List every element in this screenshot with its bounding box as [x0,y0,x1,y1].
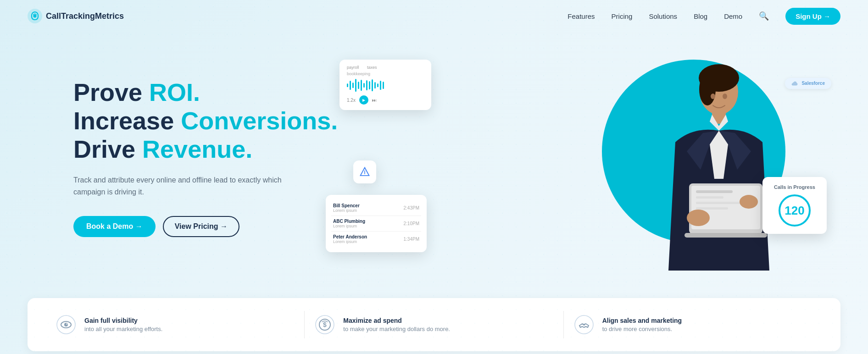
wave-bar-4 [355,79,356,92]
nav-features[interactable]: Features [568,12,595,20]
audio-tag-payroll: payroll [347,65,359,70]
logo[interactable]: CallTrackingMetrics [28,9,124,23]
wave-bar-6 [361,80,362,91]
wave-bar-8 [366,80,367,90]
contact-row-3: Peter Anderson Lorem ipsum 1:34PM [331,232,421,247]
svg-point-14 [687,210,710,226]
wave-bar-3 [352,83,354,88]
signup-button[interactable]: Sign Up → [785,8,840,25]
headline-revenue: Revenue. [142,135,252,163]
hero-right: payroll taxes bookkeeping [349,50,840,289]
contact-name-3: Peter Anderson [333,234,367,239]
feature-divider-2 [563,311,564,338]
contact-time-1: 2:43PM [404,205,419,210]
contact-detail-3: Lorem ipsum [333,239,367,244]
contact-name-1: Bill Spencer [333,203,360,208]
hero-headline: Prove ROI. Increase Conversions. Drive R… [73,78,349,163]
headline-increase: Increase [73,107,181,134]
wave-bar-1 [347,83,348,87]
svg-point-16 [711,94,715,99]
adspend-icon-wrap: $ [314,314,336,336]
audio-speed: 1.2x [347,98,356,103]
feature-divider-1 [304,311,305,338]
alignment-icon-wrap [573,314,595,336]
salesforce-cloud-icon [791,81,799,86]
svg-point-28 [583,324,585,326]
eye-icon [56,315,76,335]
nav-solutions[interactable]: Solutions [649,12,677,20]
logo-icon [28,9,42,23]
svg-point-1 [33,14,36,17]
feature-adspend: $ Maximize ad spend to make your marketi… [314,314,554,336]
nav-links: Features Pricing Solutions Blog Demo 🔍 S… [568,8,840,25]
audio-bookkeeping-label: bookkeeping [347,72,424,76]
svg-rect-12 [696,202,742,204]
contact-1: Bill Spencer Lorem ipsum [333,203,360,213]
nav-pricing[interactable]: Pricing [612,12,633,20]
calls-in-progress-label: Calls in Progress [772,184,818,190]
audio-label-row: payroll taxes [347,65,424,70]
person-image [629,46,804,275]
feature-adspend-title: Maximize ad spend [343,317,450,324]
wave-bar-13 [380,81,381,90]
headline-drive: Drive [73,135,142,163]
salesforce-badge: Salesforce [785,78,831,89]
contact-2: ABC Plumbing Lorem ipsum [333,219,365,228]
headline-conversions: Conversions. [181,107,338,134]
contact-time-3: 1:34PM [404,237,419,242]
audio-card: payroll taxes bookkeeping [339,60,431,110]
audio-play-button[interactable]: ▶ [359,95,368,105]
wave-bar-10 [372,79,373,91]
svg-rect-13 [696,207,728,210]
wave-bar-14 [383,82,384,89]
wave-bar-11 [374,82,376,88]
contact-3: Peter Anderson Lorem ipsum [333,234,367,244]
contact-row-2: ABC Plumbing Lorem ipsum 2:10PM [331,216,421,232]
wave-bar-2 [350,81,351,90]
nav-blog[interactable]: Blog [694,12,707,20]
svg-point-15 [740,195,758,209]
search-icon[interactable]: 🔍 [759,11,769,21]
contact-row-1: Bill Spencer Lorem ipsum 2:43PM [331,200,421,216]
contact-time-2: 2:10PM [404,221,419,226]
audio-tag-taxes: taxes [367,65,377,70]
wave-bar-5 [358,82,359,89]
audio-back-icon[interactable]: ⏭ [372,98,377,103]
contact-detail-2: Lorem ipsum [333,224,365,228]
features-strip: Gain full visibility into all your marke… [28,298,840,351]
wave-bar-12 [377,83,378,87]
headline-prove: Prove [73,78,149,106]
svg-text:$: $ [323,321,327,328]
wave-bar-9 [369,81,370,89]
feature-visibility: Gain full visibility into all your marke… [55,314,295,336]
hero-buttons: Book a Demo → View Pricing → [73,216,349,237]
headline-line1: Prove ROI. [73,78,349,106]
dollar-icon: $ [315,315,335,335]
feature-alignment-sub: to drive more conversions. [602,326,682,332]
main-nav: CallTrackingMetrics Features Pricing Sol… [0,0,868,32]
hero-left: Prove ROI. Increase Conversions. Drive R… [73,50,349,237]
feature-adspend-text: Maximize ad spend to make your marketing… [343,317,450,332]
svg-point-23 [66,323,67,325]
adwords-card [353,160,376,183]
brand-name: CallTrackingMetrics [46,11,124,21]
svg-point-22 [64,323,68,326]
book-demo-button[interactable]: Book a Demo → [73,216,156,237]
person-svg [648,60,785,275]
feature-alignment-text: Align sales and marketing to drive more … [602,317,682,332]
feature-adspend-sub: to make your marketing dollars do more. [343,326,450,332]
feature-visibility-sub: into all your marketing efforts. [84,326,162,332]
calls-in-progress-card: Calls in Progress 120 [762,177,827,234]
handshake-icon [574,315,594,335]
audio-controls[interactable]: 1.2x ▶ ⏭ [347,95,424,105]
svg-point-17 [723,94,727,99]
svg-rect-11 [696,196,723,199]
salesforce-label: Salesforce [801,81,825,86]
nav-demo[interactable]: Demo [724,12,742,20]
svg-rect-10 [696,190,733,193]
headline-line2: Increase Conversions. [73,106,349,135]
calls-count: 120 [779,194,811,227]
view-pricing-button[interactable]: View Pricing → [163,216,239,237]
svg-rect-9 [684,233,767,238]
feature-visibility-text: Gain full visibility into all your marke… [84,317,162,332]
